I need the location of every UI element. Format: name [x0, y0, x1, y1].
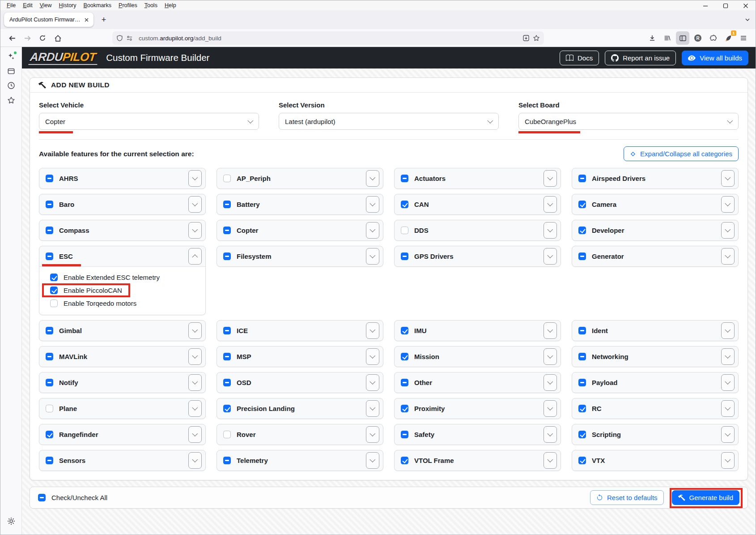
checkbox-indeterminate[interactable] — [578, 379, 586, 386]
version-select[interactable]: Latest (ardupilot) — [279, 113, 499, 130]
feature-header[interactable]: Battery — [217, 194, 383, 214]
checkbox-indeterminate[interactable] — [46, 327, 53, 334]
feature-header[interactable]: Scripting — [572, 424, 738, 445]
expand-category-button[interactable] — [366, 322, 379, 339]
feature-header[interactable]: Airspeed Drivers — [572, 168, 738, 188]
reset-defaults-button[interactable]: Reset to defaults — [590, 490, 664, 505]
feature-header[interactable]: AP_Periph — [217, 168, 383, 188]
checkbox-checked[interactable] — [578, 227, 586, 234]
feature-header[interactable]: AHRS — [39, 168, 205, 188]
expand-category-button[interactable] — [366, 452, 379, 469]
check-all-checkbox[interactable] — [38, 494, 46, 501]
checkbox-indeterminate[interactable] — [578, 327, 586, 334]
feature-header[interactable]: GPS Drivers — [395, 246, 561, 266]
checkbox-checked[interactable] — [578, 201, 586, 208]
home-icon[interactable] — [52, 33, 63, 43]
expand-category-button[interactable] — [188, 222, 202, 239]
expand-category-button[interactable] — [544, 196, 557, 213]
collapse-category-button[interactable] — [188, 248, 202, 265]
expand-category-button[interactable] — [188, 374, 202, 391]
feature-option-enable-piccolocan[interactable]: Enable PiccoloCAN — [50, 285, 199, 296]
checkbox-indeterminate[interactable] — [223, 379, 231, 386]
expand-category-button[interactable] — [721, 348, 735, 365]
forward-icon[interactable] — [22, 33, 33, 43]
checkbox-checked[interactable] — [401, 327, 408, 334]
expand-category-button[interactable] — [544, 222, 557, 239]
menu-help[interactable]: Help — [161, 1, 180, 9]
settings-gear-icon[interactable] — [6, 516, 17, 526]
feature-header[interactable]: ICE — [217, 321, 383, 341]
ai-chat-icon[interactable] — [6, 51, 17, 62]
checkbox-unchecked[interactable] — [46, 405, 53, 412]
feature-header[interactable]: VTX — [572, 450, 738, 471]
feature-header[interactable]: Rangefinder — [39, 424, 205, 445]
feature-option-enable-torqeedo-motors[interactable]: Enable Torqeedo motors — [50, 298, 199, 309]
feature-header[interactable]: Actuators — [395, 168, 561, 188]
feature-header[interactable]: Networking — [572, 347, 738, 367]
feature-header[interactable]: Filesystem — [217, 246, 383, 266]
checkbox-indeterminate[interactable] — [223, 227, 231, 234]
vehicle-select[interactable]: Copter — [39, 113, 259, 130]
checkbox-indeterminate[interactable] — [46, 253, 53, 260]
feature-header[interactable]: Precision Landing — [217, 398, 383, 419]
checkbox-checked[interactable] — [578, 431, 586, 438]
downloads-icon[interactable] — [646, 31, 659, 45]
expand-collapse-button[interactable]: Expand/Collapse all categories — [624, 146, 739, 161]
synced-tabs-icon[interactable] — [6, 66, 17, 77]
feature-header[interactable]: Ident — [572, 321, 738, 341]
checkbox-indeterminate[interactable] — [46, 379, 53, 386]
tab-list-icon[interactable] — [745, 17, 750, 22]
feature-header[interactable]: Telemetry — [217, 450, 383, 471]
feature-header[interactable]: RC — [572, 398, 738, 419]
checkbox-indeterminate[interactable] — [46, 457, 53, 464]
expand-category-button[interactable] — [366, 426, 379, 443]
feature-header[interactable]: IMU — [395, 321, 561, 341]
extension-r-icon[interactable]: R — [691, 31, 705, 45]
feature-header[interactable]: MSP — [217, 347, 383, 367]
menu-view[interactable]: View — [36, 1, 55, 9]
checkbox-checked[interactable] — [401, 405, 408, 412]
checkbox-checked[interactable] — [401, 201, 408, 208]
expand-category-button[interactable] — [721, 452, 735, 469]
feature-header[interactable]: Baro — [39, 194, 205, 214]
expand-category-button[interactable] — [366, 400, 379, 417]
docs-button[interactable]: Docs — [560, 51, 599, 65]
expand-category-button[interactable] — [721, 170, 735, 187]
new-tab-button[interactable]: + — [97, 13, 110, 26]
checkbox-indeterminate[interactable] — [578, 175, 586, 182]
expand-category-button[interactable] — [544, 170, 557, 187]
menu-profiles[interactable]: Profiles — [115, 1, 141, 9]
url-bar[interactable]: custom.ardupilot.org/add_build — [112, 31, 544, 45]
feature-header[interactable]: Developer — [572, 220, 738, 240]
expand-category-button[interactable] — [188, 452, 202, 469]
checkbox-unchecked[interactable] — [223, 175, 231, 182]
menu-tools[interactable]: Tools — [141, 1, 161, 9]
reload-icon[interactable] — [37, 33, 48, 43]
expand-category-button[interactable] — [721, 196, 735, 213]
check-uncheck-all[interactable]: Check/Uncheck All — [38, 494, 107, 501]
feature-header[interactable]: Camera — [572, 194, 738, 214]
feature-header[interactable]: Gimbal — [39, 321, 205, 341]
feature-header[interactable]: Notify — [39, 372, 205, 393]
menu-file[interactable]: File — [3, 1, 19, 9]
expand-category-button[interactable] — [366, 348, 379, 365]
sidebar-toggle-icon[interactable] — [676, 31, 689, 45]
expand-category-button[interactable] — [188, 348, 202, 365]
expand-category-button[interactable] — [366, 374, 379, 391]
expand-category-button[interactable] — [721, 400, 735, 417]
bookmarks-star-icon[interactable] — [6, 95, 17, 106]
maximize-button[interactable] — [715, 0, 735, 11]
url-text[interactable]: custom.ardupilot.org/add_build — [139, 35, 519, 42]
checkbox-indeterminate[interactable] — [46, 201, 53, 208]
close-window-button[interactable] — [735, 0, 756, 11]
expand-category-button[interactable] — [544, 452, 557, 469]
expand-category-button[interactable] — [188, 322, 202, 339]
feature-header[interactable]: Mission — [395, 347, 561, 367]
feature-header[interactable]: Other — [395, 372, 561, 393]
expand-category-button[interactable] — [366, 248, 379, 265]
feature-header[interactable]: Plane — [39, 398, 205, 419]
expand-category-button[interactable] — [188, 426, 202, 443]
library-icon[interactable] — [661, 31, 674, 45]
checkbox-indeterminate[interactable] — [401, 379, 408, 386]
feature-header[interactable]: Sensors — [39, 450, 205, 471]
